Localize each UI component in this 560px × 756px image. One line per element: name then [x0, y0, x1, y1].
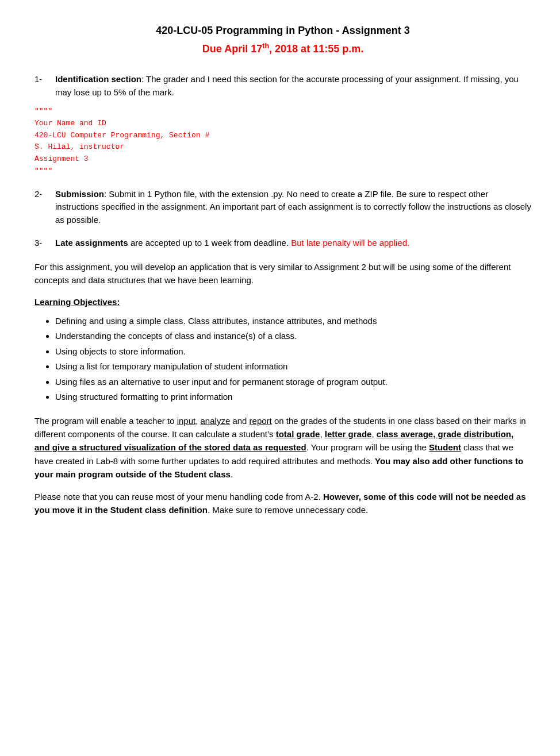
- list-item: Using files as an alternative to user in…: [55, 376, 531, 389]
- due-date-text: Due April 17: [202, 43, 262, 55]
- section-3-num: 3-: [34, 237, 55, 250]
- due-date-sup: th: [262, 42, 269, 50]
- code-line-1: """"​: [34, 106, 531, 118]
- code-line-4: S. Hilal, instructor: [34, 141, 531, 153]
- code-block: """"​ Your Name and ID 420-LCU Computer …: [34, 106, 531, 178]
- section-3-text: are accepted up to 1 week from deadline.: [128, 238, 291, 248]
- body-p1-part2: ,: [195, 416, 200, 426]
- code-line-6: """"​: [34, 165, 531, 178]
- section-2-num: 2-: [34, 188, 55, 227]
- list-item: Using structured formatting to print inf…: [55, 391, 531, 404]
- code-line-5: Assignment 3: [34, 153, 531, 165]
- body-p1-part5: ,: [320, 429, 324, 439]
- list-item: Using a list for temporary manipulation …: [55, 360, 531, 373]
- code-line-2: Your Name and ID: [34, 118, 531, 130]
- section-2-item: 2- Submission: Submit in 1 Python file, …: [34, 188, 531, 227]
- body-p1-part6: ,: [371, 429, 376, 439]
- body-p1-total: total grade: [276, 429, 320, 439]
- body-paragraph-2: Please note that you can reuse most of y…: [34, 490, 531, 517]
- body-p1-report: report: [250, 416, 272, 426]
- section-3-content: Late assignments are accepted up to 1 we…: [55, 237, 531, 250]
- section-3-red: But late penalty will be applied.: [291, 238, 409, 248]
- learning-objectives-title: Learning Objectives:: [34, 296, 531, 309]
- code-line-3: 420-LCU Computer Programming, Section #: [34, 130, 531, 142]
- section-3-item: 3- Late assignments are accepted up to 1…: [34, 237, 531, 250]
- section-1-item: 1- Identification section: The grader an…: [34, 73, 531, 99]
- body-p1-part3: and: [230, 416, 249, 426]
- body-p1-analyze: analyze: [201, 416, 231, 426]
- bullet-list: Defining and using a simple class. Class…: [34, 315, 531, 404]
- body-p1-part1: The program will enable a teacher to: [34, 416, 177, 426]
- body-p1-input: input: [177, 416, 196, 426]
- section-1-label: Identification section: [55, 74, 141, 84]
- section-1-num: 1-: [34, 73, 55, 99]
- body-p1-part7: . Your program will be using the: [306, 442, 429, 452]
- intro-paragraph: For this assignment, you will develop an…: [34, 260, 531, 287]
- body-paragraph-1: The program will enable a teacher to inp…: [34, 414, 531, 481]
- body-p1-end: .: [231, 469, 233, 479]
- body-p1-student: Student: [429, 442, 461, 452]
- list-item: Using objects to store information.: [55, 345, 531, 358]
- section-2-text: : Submit in 1 Python file, with the exte…: [55, 189, 531, 225]
- section-1-block: 1- Identification section: The grader an…: [34, 73, 531, 178]
- due-date: Due April 17th, 2018 at 11:55 p.m.: [34, 41, 531, 57]
- section-2-label: Submission: [55, 189, 104, 199]
- due-date-rest: , 2018 at 11:55 p.m.: [269, 43, 363, 55]
- section-3-label: Late assignments: [55, 238, 128, 248]
- section-2-content: Submission: Submit in 1 Python file, wit…: [55, 188, 531, 227]
- list-item: Defining and using a simple class. Class…: [55, 315, 531, 328]
- section-2-block: 2- Submission: Submit in 1 Python file, …: [34, 188, 531, 227]
- page-title: 420-LCU-05 Programming in Python - Assig…: [34, 23, 531, 38]
- section-1-content: Identification section: The grader and I…: [55, 73, 531, 99]
- body-p2-part1: Please note that you can reuse most of y…: [34, 492, 323, 502]
- body-p1-letter: letter grade: [325, 429, 372, 439]
- section-3-block: 3- Late assignments are accepted up to 1…: [34, 237, 531, 250]
- body-p2-part2: . Make sure to remove unnecessary code.: [208, 505, 368, 515]
- list-item: Understanding the concepts of class and …: [55, 330, 531, 343]
